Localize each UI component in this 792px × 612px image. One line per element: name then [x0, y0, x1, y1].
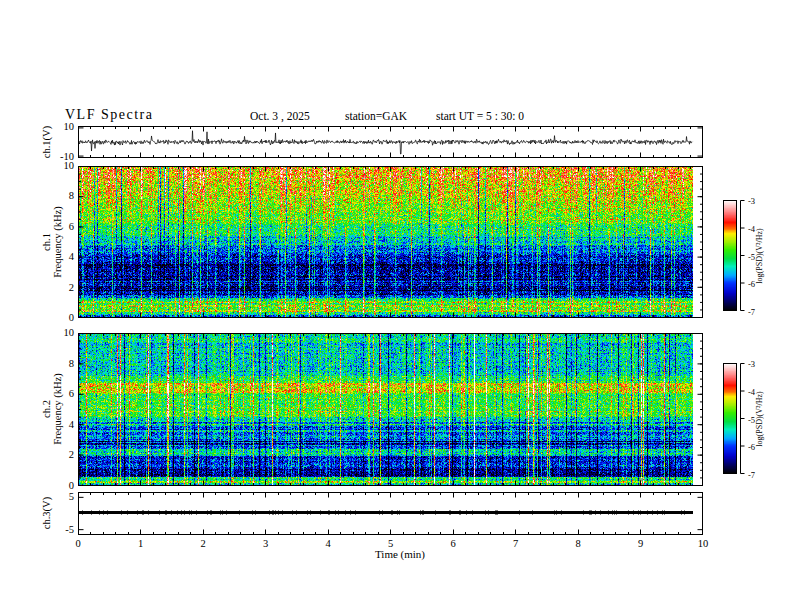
y-tick-label: 10	[38, 160, 74, 172]
ch2-frequency-units-label: Frequency (kHz)	[52, 373, 63, 444]
colorbar-ch2	[723, 363, 745, 475]
y-tick-label: 0	[38, 312, 74, 324]
y-tick-label: 4	[38, 419, 74, 431]
station-label: station=GAK	[345, 110, 407, 122]
y-tick-label: 10	[38, 121, 74, 133]
y-tick-label: 5	[38, 491, 74, 503]
x-tick-label: 8	[563, 538, 593, 550]
ch2-spectrogram-panel	[78, 333, 703, 486]
vlf-spectra-figure: VLF Spectra Oct. 3 , 2025 station=GAK st…	[0, 0, 792, 612]
x-tick-label: 9	[626, 538, 656, 550]
y-tick-label: 6	[38, 221, 74, 233]
y-tick-label: 8	[38, 358, 74, 370]
y-tick-label: 4	[38, 251, 74, 263]
x-tick-label: 0	[63, 538, 93, 550]
y-tick-label: 8	[38, 190, 74, 202]
y-tick-label: -5	[38, 524, 74, 536]
colorbar-tick-label: -6	[748, 278, 770, 290]
ch1-spectrogram-panel	[78, 166, 703, 318]
y-tick-label: 10	[38, 327, 74, 339]
ch1-waveform-panel	[78, 126, 703, 158]
ch3-waveform-panel	[78, 492, 703, 535]
colorbar-tick-label: -5	[748, 414, 770, 426]
colorbar-tick-label: -6	[748, 441, 770, 453]
colorbar-tick-label: -4	[748, 223, 770, 235]
ch1-label: ch.1	[41, 206, 52, 277]
x-tick-label: 4	[313, 538, 343, 550]
ch2-label: ch.2	[41, 373, 52, 444]
colorbar-tick-label: -3	[748, 195, 770, 207]
y-tick-label: 2	[38, 449, 74, 461]
colorbar-ch1	[723, 200, 745, 312]
colorbar-tick-label: -7	[748, 469, 770, 481]
x-tick-label: 10	[688, 538, 718, 550]
colorbar-tick-label: -7	[748, 306, 770, 318]
y-tick-label: 6	[38, 388, 74, 400]
figure-date: Oct. 3 , 2025	[250, 110, 310, 122]
colorbar-tick-label: -3	[748, 358, 770, 370]
x-tick-label: 1	[126, 538, 156, 550]
x-tick-label: 6	[438, 538, 468, 550]
x-tick-label: 2	[188, 538, 218, 550]
y-tick-label: 2	[38, 282, 74, 294]
ch2-frequency-axis-label: ch.2 Frequency (kHz)	[41, 373, 63, 444]
x-tick-label: 5	[376, 538, 406, 550]
x-tick-label: 3	[251, 538, 281, 550]
figure-title: VLF Spectra	[65, 107, 153, 123]
ch1-frequency-axis-label: ch.1 Frequency (kHz)	[41, 206, 63, 277]
start-ut-label: start UT = 5 : 30: 0	[436, 110, 524, 122]
colorbar-tick-label: -5	[748, 251, 770, 263]
colorbar-tick-label: -4	[748, 386, 770, 398]
ch1-frequency-units-label: Frequency (kHz)	[52, 206, 63, 277]
x-tick-label: 7	[501, 538, 531, 550]
